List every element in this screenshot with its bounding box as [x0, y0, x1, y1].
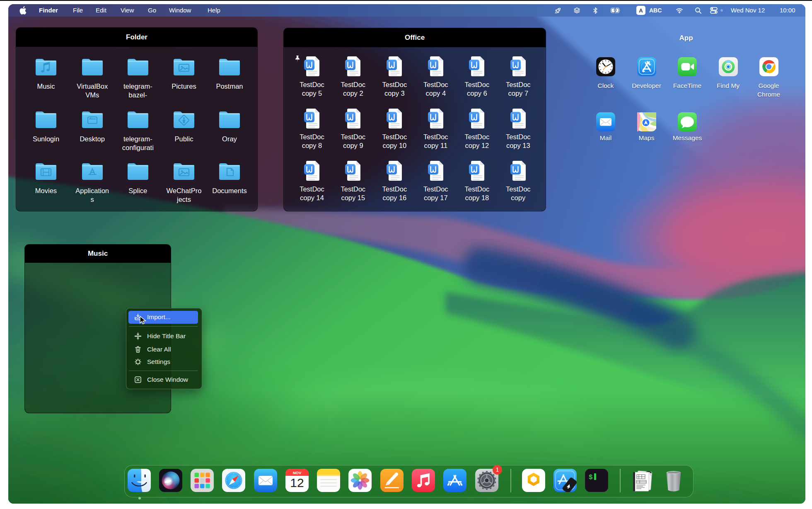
svg-text:12: 12 [290, 476, 304, 490]
svg-text:A: A [639, 7, 643, 14]
svg-text:NOV: NOV [293, 470, 302, 475]
svg-text:$: $ [589, 474, 593, 481]
